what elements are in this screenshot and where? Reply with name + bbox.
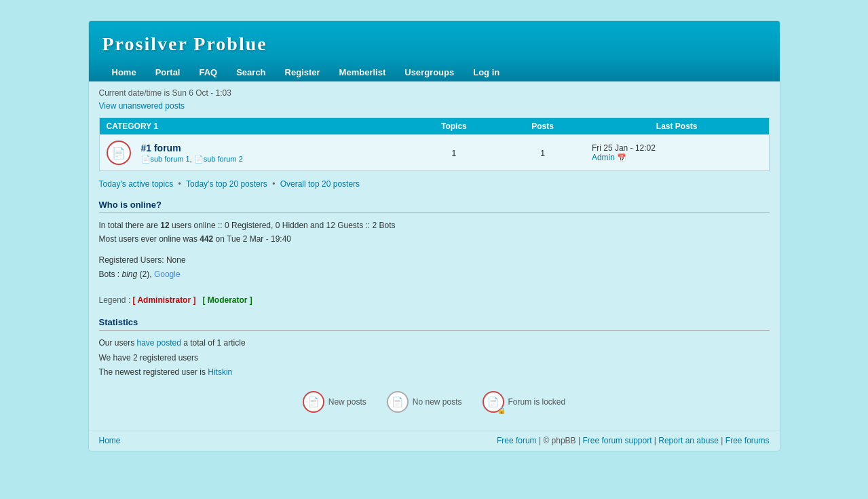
nav-register[interactable]: Register	[276, 63, 330, 81]
header: Prosilver Problue Home Portal FAQ Search…	[89, 21, 780, 81]
forum-icon: 📄	[107, 141, 131, 165]
stats-title: Statistics	[99, 317, 770, 331]
today-active-topics-link[interactable]: Today's active topics	[99, 179, 174, 189]
nav-login[interactable]: Log in	[464, 63, 509, 81]
view-unanswered-link[interactable]: View unanswered posts	[99, 101, 185, 111]
new-posts-label: New posts	[328, 397, 366, 407]
free-forum-support-link[interactable]: Free forum support	[582, 436, 652, 445]
max-users-date: Tue 2 Mar - 19:40	[227, 234, 291, 244]
online-info: In total there are 12 users online :: 0 …	[99, 219, 770, 246]
online-count: 12	[160, 221, 169, 230]
stats-newest-user-link[interactable]: Hitskin	[208, 367, 232, 377]
legend-label: Legend :	[99, 295, 131, 305]
stats-newest-pre: The newest registered user is	[99, 367, 206, 377]
col-posts: Posts	[500, 118, 585, 135]
forum-locked-icon: 📄	[483, 391, 504, 413]
subforum-icon-2: 📄	[194, 155, 204, 163]
online-bots: 2	[373, 221, 377, 230]
active-links: Today's active topics • Today's top 20 p…	[99, 179, 770, 189]
reg-users-value: None	[166, 255, 186, 265]
category-table: CATEGORY 1 Topics Posts Last Posts 📄 #1 …	[99, 117, 770, 171]
online-guests: 12	[326, 221, 335, 230]
stats-registered: We have 2 registered users	[99, 351, 770, 366]
stats-newest: The newest registered user is Hitskin	[99, 365, 770, 380]
admin-label: [ Administrator ]	[133, 295, 196, 305]
icon-new-posts: 📄 New posts	[303, 391, 366, 413]
last-post-date: Fri 25 Jan - 12:02	[592, 143, 656, 153]
content: Current date/time is Sun 6 Oct - 1:03 Vi…	[89, 81, 780, 430]
last-post-user[interactable]: Admin	[592, 153, 615, 162]
footer-icons: 📄 New posts 📄 No new posts 📄 Forum is lo…	[99, 391, 770, 413]
subforum-link-1[interactable]: sub forum 1	[151, 155, 190, 163]
google-bot-link[interactable]: Google	[154, 270, 181, 279]
site-title: Prosilver Problue	[102, 33, 766, 55]
no-new-posts-icon: 📄	[387, 391, 409, 413]
who-online-title: Who is online?	[99, 200, 770, 213]
forum-locked-label: Forum is locked	[508, 397, 566, 407]
online-detail: In total there are 12 users online :: 0 …	[99, 219, 770, 232]
max-users-info: Most users ever online was 442 on Tue 2 …	[99, 232, 770, 246]
free-forum-link[interactable]: Free forum	[497, 436, 537, 445]
today-top-posters-link[interactable]: Today's top 20 posters	[186, 179, 267, 189]
forum-posts: 1	[500, 135, 585, 171]
separator-2: •	[272, 179, 278, 189]
stats-articles: Our users have posted a total of 1 artic…	[99, 336, 770, 351]
online-hidden: 0	[276, 221, 280, 230]
overall-top-posters-link[interactable]: Overall top 20 posters	[280, 179, 360, 189]
col-last-posts: Last Posts	[585, 118, 769, 135]
nav-memberlist[interactable]: Memberlist	[330, 63, 396, 81]
legend-row: Legend : [ Administrator ] [ Moderator ]	[99, 295, 770, 305]
icon-forum-locked: 📄 Forum is locked	[483, 391, 566, 413]
stats-info: Our users have posted a total of 1 artic…	[99, 336, 770, 380]
bottom-left: Home	[99, 436, 121, 445]
stats-articles-link[interactable]: have posted	[137, 338, 181, 348]
registered-users-info: Registered Users: None Bots : bing (2), …	[99, 253, 770, 279]
forum-name: #1 forum	[141, 143, 401, 153]
subforums: 📄sub forum 1, 📄sub forum 2	[141, 155, 401, 164]
subforum-link-2[interactable]: sub forum 2	[204, 155, 243, 163]
nav-faq[interactable]: FAQ	[189, 63, 227, 81]
bots-section: Bots : bing (2), Google	[99, 270, 770, 279]
icon-no-new-posts: 📄 No new posts	[387, 391, 462, 413]
category-title: CATEGORY 1	[99, 118, 408, 135]
nav-usergroups[interactable]: Usergroups	[395, 63, 464, 81]
forum-last-post: Fri 25 Jan - 12:02 Admin 📅	[585, 135, 769, 171]
reg-users-label: Registered Users:	[99, 255, 164, 265]
nav-portal[interactable]: Portal	[146, 63, 190, 81]
last-post-icon: 📅	[617, 153, 626, 162]
bing-count: (2),	[140, 270, 152, 279]
col-topics: Topics	[408, 118, 501, 135]
bottom-bar: Home Free forum | © phpBB | Free forum s…	[89, 430, 780, 451]
nav-search[interactable]: Search	[227, 63, 275, 81]
nav-home[interactable]: Home	[102, 63, 146, 81]
meta-date: Current date/time is Sun 6 Oct - 1:03	[99, 88, 770, 98]
report-abuse-link[interactable]: Report an abuse	[658, 436, 719, 445]
bots-label: Bots :	[99, 270, 120, 279]
max-users-count: 442	[200, 234, 213, 244]
page-wrapper: Prosilver Problue Home Portal FAQ Search…	[88, 20, 780, 451]
subforum-icon-1: 📄	[141, 155, 151, 163]
bottom-right: Free forum | © phpBB | Free forum suppor…	[497, 436, 770, 445]
nav-bar: Home Portal FAQ Search Register Memberli…	[102, 63, 766, 81]
forum-topics: 1	[408, 135, 501, 171]
view-unanswered: View unanswered posts	[99, 100, 770, 111]
separator-1: •	[178, 179, 184, 189]
forum-row: 📄 #1 forum 📄sub forum 1, 📄sub forum 2 1 …	[99, 135, 769, 171]
mod-label: [ Moderator ]	[202, 295, 252, 305]
free-forums-link[interactable]: Free forums	[725, 436, 770, 445]
no-new-posts-label: No new posts	[413, 397, 462, 407]
online-registered: 0	[225, 221, 229, 230]
bottom-home-link[interactable]: Home	[99, 436, 121, 445]
forum-link[interactable]: #1 forum	[141, 143, 181, 153]
new-posts-icon: 📄	[303, 391, 324, 413]
phpbb-text: © phpBB	[543, 436, 575, 445]
bing-bot: bing	[122, 270, 140, 279]
